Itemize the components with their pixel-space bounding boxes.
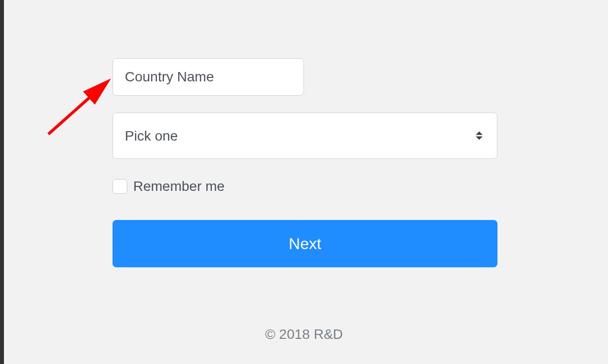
- svg-line-1: [48, 82, 107, 134]
- remember-me-label[interactable]: Remember me: [133, 179, 225, 194]
- arrow-annotation-icon: [43, 70, 117, 141]
- country-name-input[interactable]: [113, 58, 304, 96]
- remember-me-checkbox[interactable]: [113, 179, 127, 194]
- form-container: Pick one Remember me Next: [113, 58, 498, 267]
- remember-me-row: Remember me: [113, 179, 498, 194]
- footer-copyright: © 2018 R&D: [0, 327, 608, 342]
- vertical-divider: [0, 0, 4, 364]
- pick-one-select[interactable]: Pick one: [113, 112, 497, 159]
- select-wrapper: Pick one: [113, 112, 497, 159]
- next-button[interactable]: Next: [113, 220, 497, 267]
